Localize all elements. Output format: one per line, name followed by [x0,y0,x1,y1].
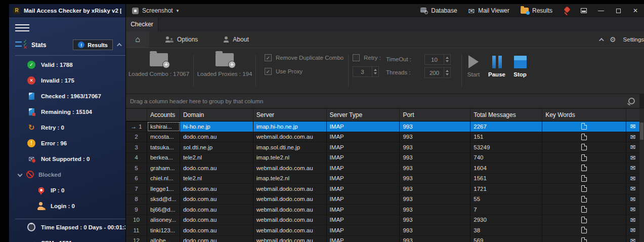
cell-port[interactable]: 993 [400,174,470,184]
open-mail-icon[interactable]: ✉ [630,227,636,233]
cell-mail[interactable]: ✉ [626,122,639,132]
column-header-total-messages[interactable]: Total Messages [470,109,542,121]
cell-mail[interactable]: ✉ [626,163,639,173]
cell-domain[interactable]: dodo.com.au [180,225,253,235]
cell-key-words[interactable] [542,163,626,173]
cell-account[interactable]: chiel.nl... [147,174,180,184]
retry-checkbox[interactable]: Retry : [353,54,381,61]
collapse-ribbon-chevron-icon[interactable] [599,37,604,43]
cell-mail[interactable]: ✉ [626,215,639,225]
cell-server[interactable]: imap.tele2.nl [253,174,327,184]
cell-server-type[interactable]: IMAP [327,205,400,215]
maximize-button[interactable] [610,4,627,17]
cell-server-type[interactable]: IMAP [327,225,400,235]
scrollbar-thumb[interactable] [640,123,643,140]
cell-port[interactable]: 993 [400,194,470,205]
database-button[interactable]: Database [415,4,462,17]
close-button[interactable]: ✕ [627,4,644,17]
cell-port[interactable]: 993 [400,236,470,242]
cell-server[interactable]: webmail.dodo.com.au [253,184,327,194]
cell-server-type[interactable]: IMAP [327,174,400,184]
cell-server[interactable]: webmail.dodo.com.au [253,225,327,235]
cell-port[interactable]: 993 [400,184,470,194]
cell-domain[interactable]: dodo.com.au [180,194,253,205]
cell-server[interactable]: webmail.dodo.com.au [253,163,327,173]
cell-server-type[interactable]: IMAP [327,122,400,132]
cell-total-messages[interactable]: 53249 [470,142,542,152]
cell-mail[interactable]: ✉ [626,205,639,215]
cell-key-words[interactable] [542,153,626,163]
cell-server-type[interactable]: IMAP [327,184,400,194]
cell-server-type[interactable]: IMAP [327,132,400,142]
minimize-button[interactable]: — [592,4,610,17]
cell-key-words[interactable] [542,225,626,235]
table-row[interactable]: 5graham...dodo.com.auwebmail.dodo.com.au… [126,163,639,174]
tab-about[interactable]: About [216,31,255,48]
cell-account[interactable]: tinki123... [147,225,180,235]
search-icon[interactable] [627,97,635,105]
document-icon[interactable] [581,196,587,203]
table-row[interactable]: 7llegge1...dodo.com.auwebmail.dodo.com.a… [126,184,639,194]
cell-server-type[interactable]: IMAP [327,215,400,225]
document-icon[interactable] [581,185,587,192]
open-mail-icon[interactable]: ✉ [630,217,636,223]
cell-total-messages[interactable]: 1604 [470,163,542,173]
cell-domain[interactable]: dodo.com.au [180,184,253,194]
hamburger-menu-icon[interactable] [15,24,29,31]
cell-domain[interactable]: dodo.com.au [180,132,253,142]
tab-options[interactable]: Options [158,31,205,48]
cell-total-messages[interactable]: 7 [470,205,542,215]
results-toggle-button[interactable]: ! Results [73,39,113,50]
threads-stepper[interactable]: 200 [424,67,451,78]
cell-account[interactable]: bj66@d... [147,205,180,215]
table-row[interactable]: 2mcosta...dodo.com.auwebmail.dodo.com.au… [126,132,639,143]
cell-server[interactable]: webmail.dodo.com.au [253,194,327,205]
row-indicator[interactable]: 6 [126,174,147,184]
cell-account[interactable]: graham... [147,163,180,173]
cell-mail[interactable]: ✉ [626,132,639,142]
column-header-key-words[interactable]: Key Words [542,109,626,121]
cell-account[interactable]: allobe... [147,236,180,242]
open-mail-icon[interactable]: ✉ [630,185,636,192]
tab-checker[interactable]: Checker [126,17,158,31]
load-combo-button[interactable]: Loaded Combo : 17067 [126,53,192,77]
cell-account[interactable]: berkea... [147,153,180,163]
cell-server[interactable]: webmail.dodo.com.au [253,236,327,242]
cell-server[interactable]: imap.tele2.nl [253,153,327,163]
remove-duplicate-checkbox[interactable]: Remove Duplicate Combo [265,54,344,61]
cell-server[interactable]: webmail.dodo.com.au [253,132,327,142]
cell-mail[interactable]: ✉ [626,184,639,194]
cell-mail[interactable]: ✉ [626,174,639,184]
cell-total-messages[interactable]: 1561 [470,174,542,184]
table-row[interactable]: 11tinki123...dodo.com.auwebmail.dodo.com… [126,225,639,236]
document-icon[interactable] [581,227,587,233]
table-row[interactable]: 4berkea...tele2.nlimap.tele2.nlIMAP99374… [126,153,639,164]
cell-account[interactable]: kshirai... [147,122,180,132]
table-row[interactable]: 10alisoney...dodo.com.auwebmail.dodo.com… [126,215,639,226]
cell-key-words[interactable] [542,184,626,194]
settings-button[interactable]: Settings [623,36,644,43]
collapse-stats-chevron-icon[interactable] [117,43,122,48]
cell-mail[interactable]: ✉ [626,194,639,205]
table-row[interactable]: 6chiel.nl...tele2.nlimap.tele2.nlIMAP993… [126,174,639,184]
cell-mail[interactable]: ✉ [626,142,639,152]
document-icon[interactable] [581,217,587,223]
cell-total-messages[interactable]: 151 [470,132,542,142]
cell-port[interactable]: 993 [400,153,470,163]
table-row[interactable]: 12allobe...dodo.com.auwebmail.dodo.com.a… [126,236,639,242]
gear-icon[interactable]: ⚙ [610,36,616,43]
column-header-accounts[interactable]: Accounts [147,109,180,121]
open-mail-icon[interactable]: ✉ [630,134,636,140]
cell-server-type[interactable]: IMAP [327,163,400,173]
cell-account[interactable]: alisoney... [147,215,180,225]
cell-port[interactable]: 993 [400,205,470,215]
cell-server[interactable]: imap.hi-ho.ne.jp [253,122,327,132]
cell-key-words[interactable] [542,174,626,184]
document-icon[interactable] [581,175,587,182]
cell-server-type[interactable]: IMAP [327,194,400,205]
cell-key-words[interactable] [542,122,626,132]
cell-domain[interactable]: dodo.com.au [180,215,253,225]
chevron-down-icon[interactable] [18,172,23,177]
cell-port[interactable]: 993 [400,122,470,132]
row-indicator[interactable]: 9 [126,205,147,215]
